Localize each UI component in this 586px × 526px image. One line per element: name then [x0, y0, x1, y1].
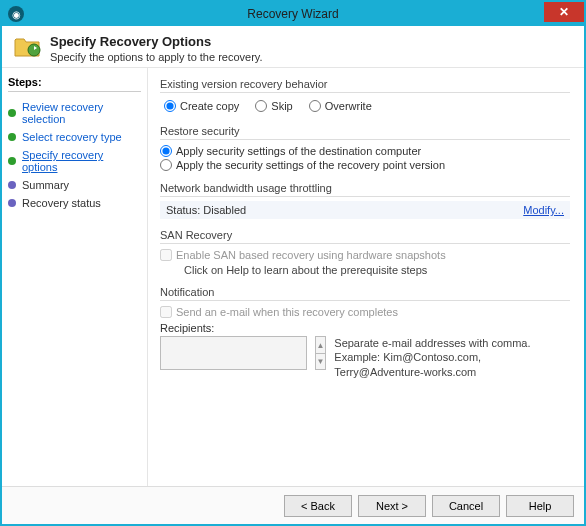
step-specify-recovery-options[interactable]: Specify recovery options	[8, 146, 141, 176]
back-button[interactable]: < Back	[284, 495, 352, 517]
step-summary[interactable]: Summary	[8, 176, 141, 194]
checkbox-label: Send an e-mail when this recovery comple…	[176, 306, 398, 318]
recipients-label: Recipients:	[160, 322, 570, 334]
step-label: Recovery status	[22, 197, 101, 209]
throttling-status-row: Status: Disabled Modify...	[160, 201, 570, 219]
restore-security-group: Restore security Apply security settings…	[160, 125, 570, 172]
step-label: Specify recovery options	[22, 149, 141, 173]
throttling-group: Network bandwidth usage throttling Statu…	[160, 182, 570, 219]
throttling-status-value: Disabled	[203, 204, 246, 216]
modify-throttling-link[interactable]: Modify...	[523, 204, 564, 216]
radio-label: Overwrite	[325, 100, 372, 112]
window-title: Recovery Wizard	[247, 7, 338, 21]
app-icon: ◉	[8, 6, 24, 22]
steps-sidebar: Steps: Review recovery selection Select …	[2, 68, 148, 486]
page-title: Specify Recovery Options	[50, 34, 263, 49]
help-button[interactable]: Help	[506, 495, 574, 517]
step-bullet-icon	[8, 157, 16, 165]
step-bullet-icon	[8, 109, 16, 117]
skip-radio[interactable]: Skip	[255, 99, 292, 113]
step-select-recovery-type[interactable]: Select recovery type	[8, 128, 141, 146]
titlebar: ◉ Recovery Wizard ✕	[2, 2, 584, 26]
checkbox-label: Enable SAN based recovery using hardware…	[176, 249, 446, 261]
step-review-recovery-selection[interactable]: Review recovery selection	[8, 98, 141, 128]
recipients-hint-line1: Separate e-mail addresses with comma.	[334, 336, 570, 350]
steps-heading: Steps:	[8, 76, 141, 92]
radio-label: Apply security settings of the destinati…	[176, 145, 421, 157]
step-bullet-icon	[8, 199, 16, 207]
close-button[interactable]: ✕	[544, 2, 584, 22]
chevron-up-icon: ▲	[316, 337, 326, 353]
page-subtitle: Specify the options to apply to the reco…	[50, 51, 263, 63]
cancel-button[interactable]: Cancel	[432, 495, 500, 517]
radio-label: Apply the security settings of the recov…	[176, 159, 445, 171]
step-recovery-status[interactable]: Recovery status	[8, 194, 141, 212]
step-label: Review recovery selection	[22, 101, 141, 125]
recipients-hint-line2: Example: Kim@Contoso.com, Terry@Adventur…	[334, 350, 570, 379]
notification-group: Notification Send an e-mail when this re…	[160, 286, 570, 379]
apply-destination-radio[interactable]: Apply security settings of the destinati…	[160, 144, 570, 158]
enable-san-checkbox: Enable SAN based recovery using hardware…	[160, 248, 570, 262]
wizard-header: Specify Recovery Options Specify the opt…	[2, 26, 584, 68]
next-button[interactable]: Next >	[358, 495, 426, 517]
existing-version-group: Existing version recovery behavior Creat…	[160, 78, 570, 115]
send-email-checkbox: Send an e-mail when this recovery comple…	[160, 305, 570, 319]
san-recovery-group: SAN Recovery Enable SAN based recovery u…	[160, 229, 570, 276]
radio-label: Create copy	[180, 100, 239, 112]
radio-label: Skip	[271, 100, 292, 112]
recipients-spinner: ▲ ▼	[315, 336, 327, 370]
step-label: Summary	[22, 179, 69, 191]
step-bullet-icon	[8, 133, 16, 141]
recipients-input	[160, 336, 307, 370]
step-label: Select recovery type	[22, 131, 122, 143]
restore-security-title: Restore security	[160, 125, 570, 140]
san-recovery-title: SAN Recovery	[160, 229, 570, 244]
notification-title: Notification	[160, 286, 570, 301]
chevron-down-icon: ▼	[316, 353, 326, 369]
san-help-text: Click on Help to learn about the prerequ…	[160, 264, 570, 276]
throttling-title: Network bandwidth usage throttling	[160, 182, 570, 197]
recovery-folder-icon	[14, 34, 42, 58]
step-bullet-icon	[8, 181, 16, 189]
apply-recovery-point-radio[interactable]: Apply the security settings of the recov…	[160, 158, 570, 172]
main-panel: Existing version recovery behavior Creat…	[148, 68, 584, 486]
overwrite-radio[interactable]: Overwrite	[309, 99, 372, 113]
throttling-status-label: Status:	[166, 204, 200, 216]
create-copy-radio[interactable]: Create copy	[164, 99, 239, 113]
existing-version-title: Existing version recovery behavior	[160, 78, 570, 93]
wizard-footer: < Back Next > Cancel Help	[2, 486, 584, 524]
